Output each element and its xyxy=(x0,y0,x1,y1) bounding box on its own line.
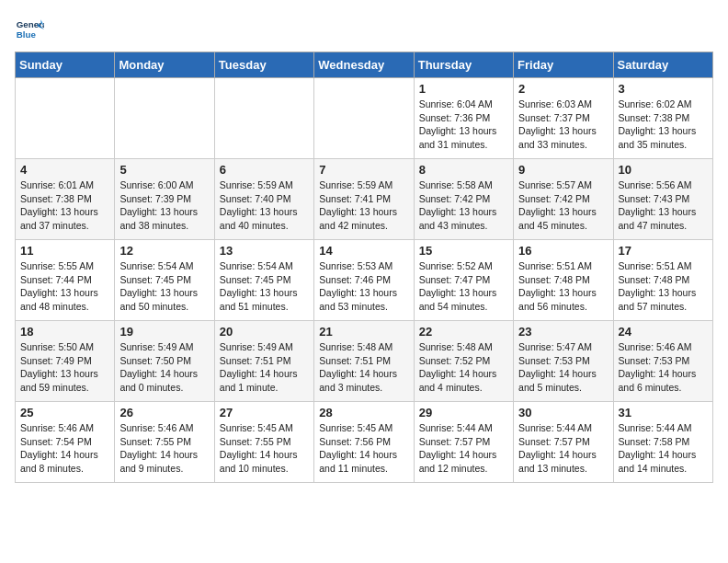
day-number: 6 xyxy=(220,163,309,177)
calendar-day-cell: 15Sunrise: 5:52 AM Sunset: 7:47 PM Dayli… xyxy=(414,240,513,321)
calendar-day-cell: 1Sunrise: 6:04 AM Sunset: 7:36 PM Daylig… xyxy=(414,78,513,159)
day-info: Sunrise: 5:59 AM Sunset: 7:41 PM Dayligh… xyxy=(319,178,408,233)
calendar-day-cell: 10Sunrise: 5:56 AM Sunset: 7:43 PM Dayli… xyxy=(613,159,712,240)
calendar-day-cell: 27Sunrise: 5:45 AM Sunset: 7:55 PM Dayli… xyxy=(214,402,313,483)
day-info: Sunrise: 5:44 AM Sunset: 7:58 PM Dayligh… xyxy=(619,421,708,476)
day-info: Sunrise: 5:55 AM Sunset: 7:44 PM Dayligh… xyxy=(20,259,109,314)
weekday-header: Monday xyxy=(115,52,214,78)
empty-day-cell xyxy=(16,78,115,159)
logo-icon: General Blue xyxy=(15,15,44,44)
calendar-day-cell: 12Sunrise: 5:54 AM Sunset: 7:45 PM Dayli… xyxy=(115,240,214,321)
day-number: 14 xyxy=(319,244,408,258)
calendar-day-cell: 3Sunrise: 6:02 AM Sunset: 7:38 PM Daylig… xyxy=(613,78,712,159)
day-number: 30 xyxy=(518,406,608,419)
day-info: Sunrise: 5:45 AM Sunset: 7:56 PM Dayligh… xyxy=(319,421,408,476)
day-number: 7 xyxy=(319,163,408,177)
day-info: Sunrise: 5:59 AM Sunset: 7:40 PM Dayligh… xyxy=(220,178,309,233)
calendar-day-cell: 16Sunrise: 5:51 AM Sunset: 7:48 PM Dayli… xyxy=(514,240,613,321)
calendar-day-cell: 8Sunrise: 5:58 AM Sunset: 7:42 PM Daylig… xyxy=(414,159,513,240)
day-number: 31 xyxy=(619,406,708,419)
day-info: Sunrise: 6:04 AM Sunset: 7:36 PM Dayligh… xyxy=(419,98,508,152)
svg-text:General: General xyxy=(17,19,44,29)
calendar-day-cell: 30Sunrise: 5:44 AM Sunset: 7:57 PM Dayli… xyxy=(514,402,613,483)
day-number: 25 xyxy=(20,406,109,419)
day-number: 5 xyxy=(119,163,209,177)
day-number: 11 xyxy=(20,244,109,258)
day-info: Sunrise: 5:56 AM Sunset: 7:43 PM Dayligh… xyxy=(619,178,708,233)
day-info: Sunrise: 5:53 AM Sunset: 7:46 PM Dayligh… xyxy=(319,259,408,314)
day-info: Sunrise: 5:46 AM Sunset: 7:54 PM Dayligh… xyxy=(20,421,109,476)
calendar-day-cell: 6Sunrise: 5:59 AM Sunset: 7:40 PM Daylig… xyxy=(214,159,313,240)
day-info: Sunrise: 5:58 AM Sunset: 7:42 PM Dayligh… xyxy=(419,178,508,233)
weekday-header: Saturday xyxy=(613,52,712,78)
day-info: Sunrise: 5:47 AM Sunset: 7:53 PM Dayligh… xyxy=(518,340,608,395)
calendar-day-cell: 22Sunrise: 5:48 AM Sunset: 7:52 PM Dayli… xyxy=(414,321,513,402)
day-number: 29 xyxy=(419,406,508,419)
day-info: Sunrise: 6:02 AM Sunset: 7:38 PM Dayligh… xyxy=(619,98,708,152)
calendar-day-cell: 14Sunrise: 5:53 AM Sunset: 7:46 PM Dayli… xyxy=(314,240,414,321)
day-info: Sunrise: 5:51 AM Sunset: 7:48 PM Dayligh… xyxy=(518,259,608,314)
day-number: 22 xyxy=(419,325,508,339)
day-info: Sunrise: 5:48 AM Sunset: 7:51 PM Dayligh… xyxy=(319,340,408,395)
empty-day-cell xyxy=(314,78,414,159)
day-info: Sunrise: 5:52 AM Sunset: 7:47 PM Dayligh… xyxy=(419,259,508,314)
day-number: 17 xyxy=(619,244,708,258)
calendar-day-cell: 24Sunrise: 5:46 AM Sunset: 7:53 PM Dayli… xyxy=(613,321,712,402)
calendar-day-cell: 29Sunrise: 5:44 AM Sunset: 7:57 PM Dayli… xyxy=(414,402,513,483)
day-info: Sunrise: 5:54 AM Sunset: 7:45 PM Dayligh… xyxy=(119,259,209,314)
calendar-day-cell: 18Sunrise: 5:50 AM Sunset: 7:49 PM Dayli… xyxy=(16,321,115,402)
day-info: Sunrise: 5:46 AM Sunset: 7:55 PM Dayligh… xyxy=(119,421,209,476)
weekday-header: Friday xyxy=(514,52,613,78)
day-info: Sunrise: 5:49 AM Sunset: 7:50 PM Dayligh… xyxy=(119,340,209,395)
day-info: Sunrise: 5:49 AM Sunset: 7:51 PM Dayligh… xyxy=(220,340,309,395)
calendar-day-cell: 31Sunrise: 5:44 AM Sunset: 7:58 PM Dayli… xyxy=(613,402,712,483)
calendar-week-row: 18Sunrise: 5:50 AM Sunset: 7:49 PM Dayli… xyxy=(16,321,713,402)
calendar-day-cell: 2Sunrise: 6:03 AM Sunset: 7:37 PM Daylig… xyxy=(514,78,613,159)
day-number: 28 xyxy=(319,406,408,419)
day-number: 1 xyxy=(419,82,508,96)
day-info: Sunrise: 5:57 AM Sunset: 7:42 PM Dayligh… xyxy=(518,178,608,233)
weekday-header: Wednesday xyxy=(314,52,414,78)
calendar-week-row: 25Sunrise: 5:46 AM Sunset: 7:54 PM Dayli… xyxy=(16,402,713,483)
day-info: Sunrise: 6:01 AM Sunset: 7:38 PM Dayligh… xyxy=(20,178,109,233)
day-info: Sunrise: 5:48 AM Sunset: 7:52 PM Dayligh… xyxy=(419,340,508,395)
calendar-day-cell: 23Sunrise: 5:47 AM Sunset: 7:53 PM Dayli… xyxy=(514,321,613,402)
logo: General Blue xyxy=(15,15,44,44)
day-info: Sunrise: 6:03 AM Sunset: 7:37 PM Dayligh… xyxy=(518,98,608,152)
calendar-day-cell: 17Sunrise: 5:51 AM Sunset: 7:48 PM Dayli… xyxy=(613,240,712,321)
day-number: 13 xyxy=(220,244,309,258)
calendar-day-cell: 26Sunrise: 5:46 AM Sunset: 7:55 PM Dayli… xyxy=(115,402,214,483)
day-info: Sunrise: 5:44 AM Sunset: 7:57 PM Dayligh… xyxy=(419,421,508,476)
day-info: Sunrise: 5:51 AM Sunset: 7:48 PM Dayligh… xyxy=(619,259,708,314)
weekday-header: Tuesday xyxy=(214,52,313,78)
day-number: 18 xyxy=(20,325,109,339)
calendar-day-cell: 20Sunrise: 5:49 AM Sunset: 7:51 PM Dayli… xyxy=(214,321,313,402)
calendar-day-cell: 28Sunrise: 5:45 AM Sunset: 7:56 PM Dayli… xyxy=(314,402,414,483)
day-number: 21 xyxy=(319,325,408,339)
calendar-day-cell: 21Sunrise: 5:48 AM Sunset: 7:51 PM Dayli… xyxy=(314,321,414,402)
day-number: 24 xyxy=(619,325,708,339)
page-header: General Blue xyxy=(15,15,713,44)
day-number: 3 xyxy=(619,82,708,96)
day-info: Sunrise: 5:46 AM Sunset: 7:53 PM Dayligh… xyxy=(619,340,708,395)
day-number: 27 xyxy=(220,406,309,419)
day-number: 20 xyxy=(220,325,309,339)
day-info: Sunrise: 5:44 AM Sunset: 7:57 PM Dayligh… xyxy=(518,421,608,476)
svg-text:Blue: Blue xyxy=(17,29,37,40)
day-number: 2 xyxy=(518,82,608,96)
day-number: 23 xyxy=(518,325,608,339)
day-number: 9 xyxy=(518,163,608,177)
weekday-header: Sunday xyxy=(16,52,115,78)
day-number: 12 xyxy=(119,244,209,258)
empty-day-cell xyxy=(115,78,214,159)
calendar-header-row: SundayMondayTuesdayWednesdayThursdayFrid… xyxy=(16,52,713,78)
day-number: 8 xyxy=(419,163,508,177)
calendar-day-cell: 9Sunrise: 5:57 AM Sunset: 7:42 PM Daylig… xyxy=(514,159,613,240)
day-info: Sunrise: 6:00 AM Sunset: 7:39 PM Dayligh… xyxy=(119,178,209,233)
day-number: 16 xyxy=(518,244,608,258)
day-number: 26 xyxy=(119,406,209,419)
day-number: 15 xyxy=(419,244,508,258)
calendar-week-row: 1Sunrise: 6:04 AM Sunset: 7:36 PM Daylig… xyxy=(16,78,713,159)
day-number: 10 xyxy=(619,163,708,177)
day-number: 4 xyxy=(20,163,109,177)
